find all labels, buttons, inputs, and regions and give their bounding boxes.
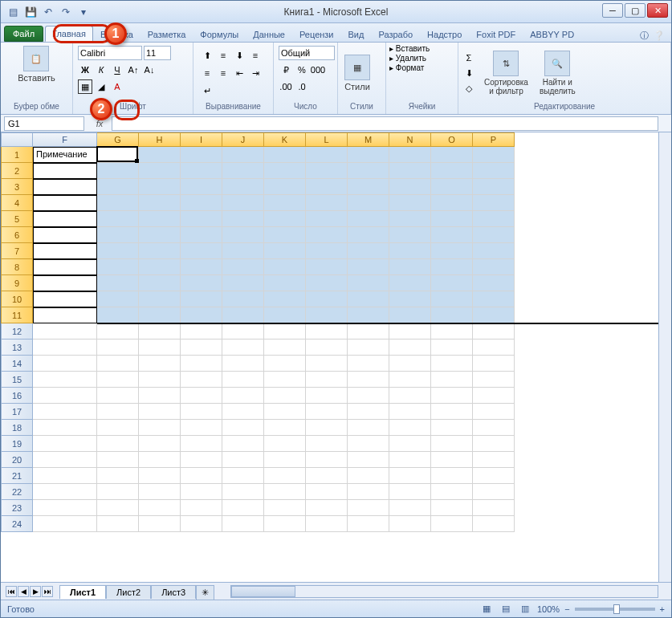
- cell-J14[interactable]: [222, 356, 264, 372]
- cell-G3[interactable]: [97, 179, 139, 195]
- cell-M24[interactable]: [348, 516, 389, 532]
- cell-P23[interactable]: [473, 500, 515, 516]
- cell-G19[interactable]: [97, 436, 139, 452]
- cell-H1[interactable]: [139, 147, 181, 163]
- row-header-8[interactable]: 8: [1, 259, 33, 275]
- cell-K18[interactable]: [264, 420, 306, 436]
- cell-N24[interactable]: [389, 516, 431, 532]
- cell-L14[interactable]: [306, 356, 348, 372]
- cell-G9[interactable]: [97, 275, 139, 291]
- cell-L2[interactable]: [306, 163, 348, 179]
- cell-P2[interactable]: [473, 163, 515, 179]
- cell-N16[interactable]: [389, 388, 431, 404]
- view-pagebreak-button[interactable]: ▥: [518, 602, 532, 616]
- cell-J18[interactable]: [222, 420, 264, 436]
- cell-F24[interactable]: [33, 516, 97, 532]
- find-select-button[interactable]: 🔍 Найти и выделить: [536, 49, 579, 97]
- cell-H9[interactable]: [139, 275, 181, 291]
- cell-L1[interactable]: [306, 147, 348, 163]
- cell-H19[interactable]: [139, 436, 181, 452]
- cell-H6[interactable]: [139, 227, 181, 243]
- cell-G4[interactable]: [97, 195, 139, 211]
- cell-K10[interactable]: [264, 291, 306, 307]
- column-header-O[interactable]: O: [431, 132, 473, 147]
- cell-H10[interactable]: [139, 291, 181, 307]
- cell-K5[interactable]: [264, 211, 306, 227]
- vertical-scrollbar[interactable]: [658, 132, 671, 582]
- cell-P17[interactable]: [473, 404, 515, 420]
- sheet-tab-2[interactable]: Лист2: [106, 585, 151, 599]
- underline-button[interactable]: Ч: [110, 63, 124, 77]
- cell-J4[interactable]: [222, 195, 264, 211]
- cell-P19[interactable]: [473, 436, 515, 452]
- row-header-3[interactable]: 3: [1, 179, 33, 195]
- cell-G10[interactable]: [97, 291, 139, 307]
- cell-H11[interactable]: [139, 307, 181, 323]
- cell-J20[interactable]: [222, 452, 264, 468]
- cell-F2[interactable]: [33, 163, 97, 179]
- cell-M10[interactable]: [348, 291, 389, 307]
- cell-M3[interactable]: [348, 179, 389, 195]
- column-header-G[interactable]: G: [97, 132, 139, 147]
- cell-O22[interactable]: [431, 484, 473, 500]
- cell-O20[interactable]: [431, 452, 473, 468]
- cell-P16[interactable]: [473, 388, 515, 404]
- cell-M7[interactable]: [348, 243, 389, 259]
- cell-G5[interactable]: [97, 211, 139, 227]
- cell-H20[interactable]: [139, 452, 181, 468]
- tab-home[interactable]: Главная: [45, 26, 93, 42]
- cell-M23[interactable]: [348, 500, 389, 516]
- increase-decimal-button[interactable]: .00: [279, 79, 293, 94]
- cell-O19[interactable]: [431, 436, 473, 452]
- cell-I17[interactable]: [181, 404, 222, 420]
- cell-N7[interactable]: [389, 243, 431, 259]
- wrap-text-button[interactable]: ↵: [200, 83, 214, 98]
- cell-H23[interactable]: [139, 500, 181, 516]
- cell-O18[interactable]: [431, 420, 473, 436]
- cell-M4[interactable]: [348, 195, 389, 211]
- cell-I8[interactable]: [181, 259, 222, 275]
- row-header-4[interactable]: 4: [1, 195, 33, 211]
- help-icon[interactable]: ❔: [654, 30, 665, 41]
- cell-P14[interactable]: [473, 356, 515, 372]
- cell-H2[interactable]: [139, 163, 181, 179]
- cell-J21[interactable]: [222, 468, 264, 484]
- tab-formulas[interactable]: Формулы: [193, 26, 246, 42]
- paste-button[interactable]: 📋 Вставить: [14, 44, 59, 84]
- tab-file[interactable]: Файл: [4, 26, 43, 42]
- cell-F21[interactable]: [33, 468, 97, 484]
- tab-developer[interactable]: Разрабо: [371, 26, 420, 42]
- currency-button[interactable]: ₽: [279, 63, 293, 77]
- cell-O6[interactable]: [431, 227, 473, 243]
- align-left-button[interactable]: ≡: [248, 48, 263, 63]
- cell-H8[interactable]: [139, 259, 181, 275]
- font-name-combo[interactable]: Calibri: [78, 46, 142, 60]
- cell-F20[interactable]: [33, 452, 97, 468]
- cell-M17[interactable]: [348, 404, 389, 420]
- cell-H12[interactable]: [139, 323, 181, 339]
- number-format-combo[interactable]: Общий: [279, 46, 335, 60]
- cell-M15[interactable]: [348, 372, 389, 388]
- cell-L11[interactable]: [306, 307, 348, 323]
- cell-N6[interactable]: [389, 227, 431, 243]
- cell-P4[interactable]: [473, 195, 515, 211]
- cell-O10[interactable]: [431, 291, 473, 307]
- cell-O15[interactable]: [431, 372, 473, 388]
- cell-I3[interactable]: [181, 179, 222, 195]
- select-all-corner[interactable]: [1, 132, 33, 147]
- cell-N19[interactable]: [389, 436, 431, 452]
- cell-L12[interactable]: [306, 323, 348, 339]
- align-bottom-button[interactable]: ⬇: [232, 48, 246, 63]
- cell-M19[interactable]: [348, 436, 389, 452]
- cell-K20[interactable]: [264, 452, 306, 468]
- cell-N23[interactable]: [389, 500, 431, 516]
- cell-M13[interactable]: [348, 339, 389, 356]
- cell-J15[interactable]: [222, 372, 264, 388]
- cell-P8[interactable]: [473, 259, 515, 275]
- delete-cells-button[interactable]: ▸ Удалить: [389, 54, 454, 63]
- cell-M8[interactable]: [348, 259, 389, 275]
- cell-K11[interactable]: [264, 307, 306, 323]
- tab-review[interactable]: Рецензи: [292, 26, 341, 42]
- cell-F9[interactable]: [33, 275, 97, 291]
- cell-G24[interactable]: [97, 516, 139, 532]
